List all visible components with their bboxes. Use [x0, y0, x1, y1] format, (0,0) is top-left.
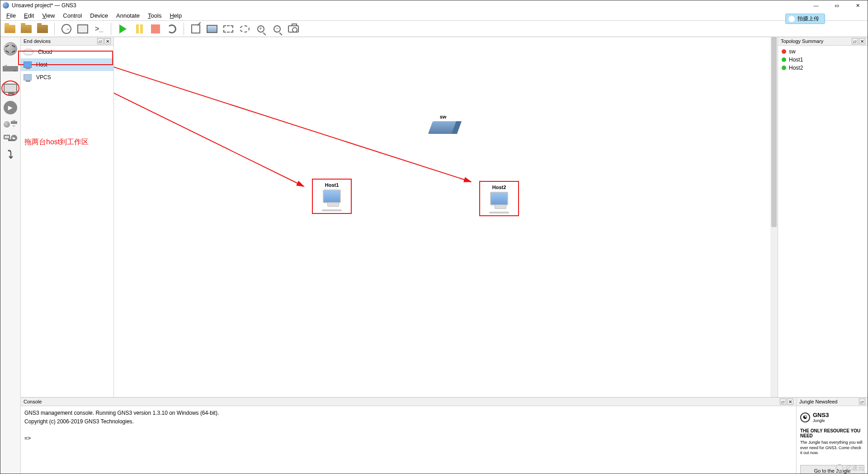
menu-help[interactable]: Help — [166, 11, 185, 20]
menu-device[interactable]: Device — [86, 11, 112, 20]
devices-panel-title: End devices — [24, 38, 51, 44]
status-dot-icon — [782, 66, 786, 70]
console-panel-header: Console ▱ ✕ — [21, 398, 796, 406]
device-label: VPCS — [36, 74, 51, 81]
titlebar: Unsaved project* — GNS3 — ▭ ✕ — [0, 0, 868, 11]
security-icon: ▶ — [4, 101, 17, 114]
svg-line-1 — [114, 64, 304, 186]
screenshot-button[interactable] — [287, 23, 300, 35]
node-label: Host2 — [489, 185, 509, 190]
topology-panel-header: Topology Summary ▱ ✕ — [778, 37, 868, 46]
routers-category-button[interactable] — [2, 41, 19, 57]
topology-item-label: sw — [789, 48, 796, 55]
all-devices-row2[interactable]: ▶ — [2, 133, 19, 143]
panel-float-button[interactable]: ▱ — [852, 38, 858, 44]
topology-panel-title: Topology Summary — [781, 38, 823, 44]
cloud-upload-icon — [788, 16, 795, 22]
topology-item-host2[interactable]: Host2 — [780, 64, 866, 72]
switch-small-icon — [11, 121, 17, 124]
console-panel-title: Console — [24, 399, 42, 404]
add-link-button[interactable]: ⤵ — [2, 147, 19, 163]
jungle-logo: ☯ GNS3Jungle — [800, 412, 864, 423]
jungle-panel: Jungle Newsfeed ▱ ☯ GNS3Jungle THE ONLY … — [797, 398, 868, 474]
host-icon — [490, 192, 508, 205]
topology-item-host1[interactable]: Host1 — [780, 56, 866, 64]
node-host1[interactable]: Host1 — [312, 179, 352, 214]
menu-annotate[interactable]: Annotate — [113, 11, 143, 20]
menu-tools[interactable]: Tools — [144, 11, 165, 20]
insert-picture-button[interactable] — [206, 23, 218, 35]
status-dot-icon — [782, 57, 786, 62]
menu-file[interactable]: File — [3, 11, 19, 20]
menu-control[interactable]: Control — [59, 11, 85, 20]
reload-all-button[interactable] — [165, 23, 178, 35]
computer-small-icon — [4, 135, 10, 139]
zoom-in-button[interactable] — [255, 23, 267, 35]
maximize-button[interactable]: ▭ — [826, 0, 847, 11]
jungle-panel-header: Jungle Newsfeed ▱ — [797, 398, 868, 406]
cable-icon: ⤵ — [8, 148, 13, 161]
topology-item-label: Host2 — [789, 65, 803, 71]
jungle-headline: THE ONLY RESOURCE YOU NEED — [800, 428, 864, 438]
node-host2[interactable]: Host2 — [479, 181, 519, 216]
security-devices-category-button[interactable]: ▶ — [2, 100, 19, 116]
all-devices-category-button[interactable] — [2, 119, 19, 129]
gns3-logo-icon: ☯ — [800, 412, 810, 422]
jungle-panel-title: Jungle Newsfeed — [799, 399, 837, 404]
draw-ellipse-button[interactable] — [238, 23, 251, 35]
open-project-button[interactable] — [20, 23, 33, 35]
switches-category-button[interactable] — [2, 61, 19, 77]
devices-panel-header: End devices ▱ ✕ — [21, 37, 113, 46]
console-all-button[interactable]: >_ — [93, 23, 105, 35]
router-small-icon — [4, 121, 10, 128]
console-output[interactable]: GNS3 management console. Running GNS3 ve… — [21, 406, 796, 474]
stop-all-button[interactable] — [149, 23, 162, 35]
menu-view[interactable]: View — [38, 11, 58, 20]
svg-line-2 — [114, 64, 471, 182]
app-icon — [3, 2, 9, 9]
window-title: Unsaved project* — GNS3 — [12, 2, 806, 9]
minimize-button[interactable]: — — [806, 0, 826, 11]
panel-float-button[interactable]: ▱ — [780, 398, 786, 405]
jungle-description: The Jungle has everything you will ever … — [800, 440, 864, 456]
topology-list: sw Host1 Host2 — [778, 46, 868, 74]
zoom-out-button[interactable] — [271, 23, 283, 35]
close-button[interactable]: ✕ — [847, 0, 868, 11]
annotation-text: 拖两台host到工作区 — [24, 137, 89, 147]
draw-rectangle-button[interactable] — [222, 23, 235, 35]
console-panel: Console ▱ ✕ GNS3 management console. Run… — [21, 398, 797, 474]
status-dot-icon — [782, 49, 786, 54]
topology-item-label: Host1 — [789, 57, 803, 63]
device-item-vpcs[interactable]: VPCS — [21, 71, 113, 84]
router-icon — [4, 42, 17, 56]
watermark-icon — [835, 464, 844, 472]
add-note-button[interactable] — [189, 23, 202, 35]
watermark: 亿速云 — [835, 464, 864, 472]
snapshot-button[interactable] — [60, 23, 73, 35]
new-project-button[interactable] — [4, 23, 16, 35]
menubar: File Edit View Control Device Annotate T… — [0, 11, 868, 21]
node-label: sw — [430, 114, 456, 119]
device-category-toolbar: ▶ ▶ ⤵ — [0, 37, 21, 474]
switch-icon — [3, 66, 18, 71]
start-all-button[interactable] — [117, 23, 129, 35]
panel-float-button[interactable]: ▱ — [97, 38, 104, 44]
save-project-button[interactable] — [36, 23, 49, 35]
upload-screenshot-button[interactable]: 拍摄上传 — [785, 14, 825, 24]
panel-close-button[interactable]: ✕ — [859, 38, 865, 44]
panel-float-button[interactable]: ▱ — [859, 398, 865, 405]
end-devices-category-button[interactable] — [1, 81, 19, 96]
switch-node-icon — [428, 121, 458, 134]
menu-edit[interactable]: Edit — [20, 11, 38, 20]
pause-all-button[interactable] — [133, 23, 146, 35]
topology-item-sw[interactable]: sw — [780, 47, 866, 56]
panel-close-button[interactable]: ✕ — [787, 398, 793, 405]
panel-close-button[interactable]: ✕ — [104, 38, 111, 44]
node-switch[interactable]: sw — [430, 114, 456, 134]
host-icon — [24, 62, 32, 68]
node-label: Host1 — [322, 182, 342, 188]
show-interfaces-button[interactable] — [76, 23, 89, 35]
host-icon — [323, 190, 341, 203]
vpcs-icon — [24, 74, 32, 81]
toolbar: >_ — [0, 21, 868, 37]
